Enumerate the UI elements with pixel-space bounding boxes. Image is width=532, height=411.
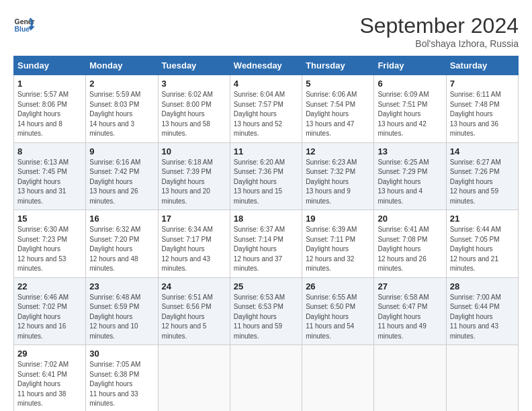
day-number: 11: [234, 146, 298, 156]
day-number: 22: [17, 281, 82, 291]
day-detail: Sunrise: 6:32 AM Sunset: 7:20 PM Dayligh…: [89, 225, 154, 274]
calendar-cell: 27 Sunrise: 6:58 AM Sunset: 6:47 PM Dayl…: [374, 277, 446, 345]
calendar-cell: 10 Sunrise: 6:18 AM Sunset: 7:39 PM Dayl…: [158, 142, 230, 210]
day-number: 27: [378, 281, 442, 291]
day-detail: Sunrise: 6:27 AM Sunset: 7:26 PM Dayligh…: [450, 158, 515, 207]
calendar-week-row: 1 Sunrise: 5:57 AM Sunset: 8:06 PM Dayli…: [14, 75, 519, 143]
calendar-week-row: 15 Sunrise: 6:30 AM Sunset: 7:23 PM Dayl…: [14, 210, 519, 278]
weekday-header-thursday: Thursday: [302, 56, 374, 75]
day-number: 21: [450, 214, 515, 224]
calendar-cell: 11 Sunrise: 6:20 AM Sunset: 7:36 PM Dayl…: [230, 142, 302, 210]
calendar-cell: 21 Sunrise: 6:44 AM Sunset: 7:05 PM Dayl…: [446, 210, 518, 278]
calendar-cell: 12 Sunrise: 6:23 AM Sunset: 7:32 PM Dayl…: [302, 142, 374, 210]
weekday-header-saturday: Saturday: [446, 56, 518, 75]
day-number: 9: [89, 146, 154, 156]
day-number: 15: [17, 214, 82, 224]
day-detail: Sunrise: 6:51 AM Sunset: 6:56 PM Dayligh…: [162, 293, 226, 342]
day-number: 29: [17, 349, 82, 359]
calendar-cell: 19 Sunrise: 6:39 AM Sunset: 7:11 PM Dayl…: [302, 210, 374, 278]
day-number: 19: [306, 214, 370, 224]
weekday-header-tuesday: Tuesday: [158, 56, 230, 75]
day-detail: Sunrise: 6:25 AM Sunset: 7:29 PM Dayligh…: [378, 158, 442, 207]
day-detail: Sunrise: 6:11 AM Sunset: 7:48 PM Dayligh…: [450, 90, 515, 139]
day-number: 10: [162, 146, 226, 156]
calendar-cell: 24 Sunrise: 6:51 AM Sunset: 6:56 PM Dayl…: [158, 277, 230, 345]
weekday-header-monday: Monday: [86, 56, 158, 75]
calendar-cell: 4 Sunrise: 6:04 AM Sunset: 7:57 PM Dayli…: [230, 75, 302, 143]
day-number: 16: [89, 214, 154, 224]
day-number: 4: [234, 79, 298, 89]
calendar-cell: 5 Sunrise: 6:06 AM Sunset: 7:54 PM Dayli…: [302, 75, 374, 143]
calendar-cell: 18 Sunrise: 6:37 AM Sunset: 7:14 PM Dayl…: [230, 210, 302, 278]
calendar-cell: 25 Sunrise: 6:53 AM Sunset: 6:53 PM Dayl…: [230, 277, 302, 345]
calendar-cell: 8 Sunrise: 6:13 AM Sunset: 7:45 PM Dayli…: [14, 142, 86, 210]
day-number: 13: [378, 146, 442, 156]
weekday-header-sunday: Sunday: [14, 56, 86, 75]
calendar-cell: 9 Sunrise: 6:16 AM Sunset: 7:42 PM Dayli…: [86, 142, 158, 210]
calendar-week-row: 29 Sunrise: 7:02 AM Sunset: 6:41 PM Dayl…: [14, 345, 519, 412]
calendar-cell: [230, 345, 302, 412]
day-detail: Sunrise: 6:18 AM Sunset: 7:39 PM Dayligh…: [162, 158, 226, 207]
calendar-cell: 29 Sunrise: 7:02 AM Sunset: 6:41 PM Dayl…: [14, 345, 86, 412]
calendar-week-row: 22 Sunrise: 6:46 AM Sunset: 7:02 PM Dayl…: [14, 277, 519, 345]
calendar-cell: 20 Sunrise: 6:41 AM Sunset: 7:08 PM Dayl…: [374, 210, 446, 278]
day-detail: Sunrise: 6:44 AM Sunset: 7:05 PM Dayligh…: [450, 225, 515, 274]
day-detail: Sunrise: 6:13 AM Sunset: 7:45 PM Dayligh…: [17, 158, 82, 207]
day-detail: Sunrise: 5:59 AM Sunset: 8:03 PM Dayligh…: [89, 90, 154, 139]
day-detail: Sunrise: 6:30 AM Sunset: 7:23 PM Dayligh…: [17, 225, 82, 274]
calendar-cell: 13 Sunrise: 6:25 AM Sunset: 7:29 PM Dayl…: [374, 142, 446, 210]
calendar-cell: 14 Sunrise: 6:27 AM Sunset: 7:26 PM Dayl…: [446, 142, 518, 210]
location: Bol'shaya Izhora, Russia: [359, 38, 519, 49]
calendar-cell: 30 Sunrise: 7:05 AM Sunset: 6:38 PM Dayl…: [86, 345, 158, 412]
weekday-header-wednesday: Wednesday: [230, 56, 302, 75]
calendar-table: SundayMondayTuesdayWednesdayThursdayFrid…: [13, 56, 519, 411]
day-number: 20: [378, 214, 442, 224]
calendar-cell: 23 Sunrise: 6:48 AM Sunset: 6:59 PM Dayl…: [86, 277, 158, 345]
day-number: 2: [89, 79, 154, 89]
calendar-cell: 6 Sunrise: 6:09 AM Sunset: 7:51 PM Dayli…: [374, 75, 446, 143]
calendar-cell: 28 Sunrise: 7:00 AM Sunset: 6:44 PM Dayl…: [446, 277, 518, 345]
logo-icon: General Blue: [13, 13, 35, 35]
calendar-cell: 1 Sunrise: 5:57 AM Sunset: 8:06 PM Dayli…: [14, 75, 86, 143]
calendar-cell: 2 Sunrise: 5:59 AM Sunset: 8:03 PM Dayli…: [86, 75, 158, 143]
day-detail: Sunrise: 6:09 AM Sunset: 7:51 PM Dayligh…: [378, 90, 442, 139]
day-detail: Sunrise: 6:20 AM Sunset: 7:36 PM Dayligh…: [234, 158, 298, 207]
day-number: 7: [450, 79, 515, 89]
day-detail: Sunrise: 6:58 AM Sunset: 6:47 PM Dayligh…: [378, 293, 442, 342]
day-detail: Sunrise: 6:46 AM Sunset: 7:02 PM Dayligh…: [17, 293, 82, 342]
calendar-cell: 17 Sunrise: 6:34 AM Sunset: 7:17 PM Dayl…: [158, 210, 230, 278]
day-detail: Sunrise: 6:37 AM Sunset: 7:14 PM Dayligh…: [234, 225, 298, 274]
calendar-cell: 15 Sunrise: 6:30 AM Sunset: 7:23 PM Dayl…: [14, 210, 86, 278]
svg-text:Blue: Blue: [15, 26, 30, 33]
day-number: 1: [17, 79, 82, 89]
day-detail: Sunrise: 5:57 AM Sunset: 8:06 PM Dayligh…: [17, 90, 82, 139]
day-number: 28: [450, 281, 515, 291]
title-block: September 2024 Bol'shaya Izhora, Russia: [359, 13, 519, 49]
day-number: 24: [162, 281, 226, 291]
day-number: 17: [162, 214, 226, 224]
calendar-cell: 7 Sunrise: 6:11 AM Sunset: 7:48 PM Dayli…: [446, 75, 518, 143]
calendar-week-row: 8 Sunrise: 6:13 AM Sunset: 7:45 PM Dayli…: [14, 142, 519, 210]
logo: General Blue: [13, 13, 35, 35]
calendar-cell: [302, 345, 374, 412]
day-detail: Sunrise: 6:41 AM Sunset: 7:08 PM Dayligh…: [378, 225, 442, 274]
day-detail: Sunrise: 7:00 AM Sunset: 6:44 PM Dayligh…: [450, 293, 515, 342]
day-detail: Sunrise: 6:39 AM Sunset: 7:11 PM Dayligh…: [306, 225, 370, 274]
calendar-cell: 3 Sunrise: 6:02 AM Sunset: 8:00 PM Dayli…: [158, 75, 230, 143]
weekday-header-row: SundayMondayTuesdayWednesdayThursdayFrid…: [14, 56, 519, 75]
day-number: 23: [89, 281, 154, 291]
month-title: September 2024: [359, 13, 519, 38]
day-number: 26: [306, 281, 370, 291]
calendar-cell: [446, 345, 518, 412]
day-detail: Sunrise: 6:06 AM Sunset: 7:54 PM Dayligh…: [306, 90, 370, 139]
day-detail: Sunrise: 6:34 AM Sunset: 7:17 PM Dayligh…: [162, 225, 226, 274]
day-number: 8: [17, 146, 82, 156]
calendar-cell: [158, 345, 230, 412]
day-detail: Sunrise: 6:04 AM Sunset: 7:57 PM Dayligh…: [234, 90, 298, 139]
day-detail: Sunrise: 6:23 AM Sunset: 7:32 PM Dayligh…: [306, 158, 370, 207]
calendar-cell: 22 Sunrise: 6:46 AM Sunset: 7:02 PM Dayl…: [14, 277, 86, 345]
day-number: 6: [378, 79, 442, 89]
calendar-cell: 26 Sunrise: 6:55 AM Sunset: 6:50 PM Dayl…: [302, 277, 374, 345]
day-number: 12: [306, 146, 370, 156]
calendar-cell: 16 Sunrise: 6:32 AM Sunset: 7:20 PM Dayl…: [86, 210, 158, 278]
